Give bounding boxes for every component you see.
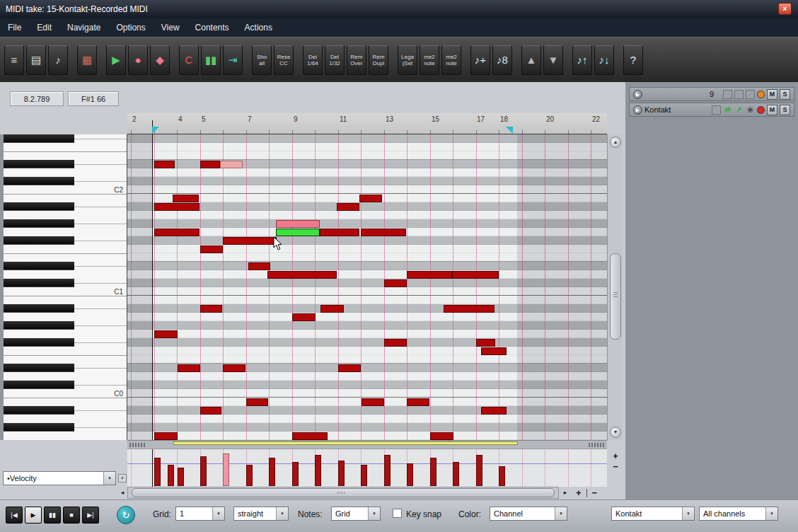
vertical-scroll-thumb[interactable] bbox=[610, 253, 621, 340]
color-dropdown[interactable]: Channel bbox=[490, 507, 567, 521]
zoom-in-button[interactable]: + bbox=[576, 487, 582, 498]
velocity-bar[interactable] bbox=[178, 468, 184, 486]
midi-note[interactable] bbox=[481, 407, 507, 415]
note-rows-button[interactable]: ▤ bbox=[26, 45, 46, 75]
black-key[interactable] bbox=[4, 177, 74, 185]
midi-note[interactable] bbox=[173, 195, 199, 202]
midi-note[interactable] bbox=[320, 305, 344, 313]
legato-button[interactable]: Lega(Set bbox=[398, 45, 417, 75]
timeline-ruler[interactable]: 2457911131517182022 bbox=[127, 113, 607, 134]
black-key[interactable] bbox=[4, 202, 74, 211]
divider-grip-right[interactable] bbox=[589, 443, 604, 447]
cc-bars-button[interactable]: ▮▮ bbox=[201, 45, 221, 75]
triangle-down-button[interactable]: ▼ bbox=[543, 45, 563, 75]
go-end-button[interactable]: ▶| bbox=[82, 507, 99, 524]
midi-note[interactable] bbox=[223, 364, 245, 372]
del-1-64-button[interactable]: Del1/64 bbox=[303, 45, 323, 75]
track-slot-button[interactable] bbox=[746, 90, 755, 99]
track-slot-button[interactable] bbox=[712, 105, 721, 115]
midi-note[interactable] bbox=[220, 161, 243, 168]
me2-note-button-1[interactable]: me2note bbox=[420, 45, 439, 75]
midi-note[interactable] bbox=[200, 305, 222, 313]
scroll-left-button[interactable] bbox=[117, 488, 127, 497]
piano-keyboard[interactable]: C2C1C0 bbox=[0, 134, 127, 440]
dot-pink-play-button[interactable]: ● bbox=[128, 45, 148, 75]
velocity-bar[interactable] bbox=[315, 455, 321, 486]
fx-icon[interactable]: ↗ bbox=[734, 105, 744, 115]
scroll-up-button[interactable] bbox=[610, 137, 621, 148]
rem-dupl-button[interactable]: RemDupl bbox=[369, 45, 388, 75]
midi-note[interactable] bbox=[292, 313, 316, 321]
scroll-down-button[interactable] bbox=[610, 427, 621, 438]
black-key[interactable] bbox=[4, 279, 74, 287]
velocity-bar[interactable] bbox=[200, 456, 207, 486]
loop-end-marker[interactable] bbox=[506, 127, 513, 134]
menu-view[interactable]: View bbox=[154, 18, 187, 37]
play-button[interactable]: ▶ bbox=[25, 507, 42, 524]
midi-note[interactable] bbox=[407, 398, 429, 406]
channel-dropdown[interactable]: All channels bbox=[699, 507, 778, 521]
midi-note[interactable] bbox=[200, 161, 220, 168]
midi-note[interactable] bbox=[200, 245, 223, 253]
grid-type-dropdown[interactable]: straight bbox=[233, 507, 289, 521]
menu-navigate[interactable]: Navigate bbox=[59, 18, 108, 37]
midi-note[interactable] bbox=[292, 432, 328, 440]
cc-teal-button[interactable]: ⇥ bbox=[223, 45, 243, 75]
menu-actions[interactable]: Actions bbox=[237, 18, 280, 37]
divider-grip-left[interactable] bbox=[129, 443, 145, 447]
mute-button[interactable]: M bbox=[767, 105, 777, 115]
lane-list-button[interactable]: ≡ bbox=[4, 45, 24, 75]
black-key[interactable] bbox=[4, 304, 74, 313]
horizontal-scroll-thumb[interactable] bbox=[132, 488, 555, 497]
pause-button[interactable]: ▮▮ bbox=[44, 507, 61, 524]
velocity-bar[interactable] bbox=[476, 455, 482, 486]
track-slot-button[interactable] bbox=[723, 90, 732, 99]
velocity-lane[interactable] bbox=[127, 449, 607, 487]
midi-note[interactable] bbox=[248, 262, 270, 270]
midi-note[interactable] bbox=[476, 339, 495, 347]
dot-green-play-button[interactable]: ▶ bbox=[106, 45, 126, 75]
vertical-scrollbar[interactable] bbox=[607, 134, 623, 440]
close-button[interactable]: × bbox=[778, 3, 792, 15]
black-key[interactable] bbox=[4, 134, 74, 143]
add-cc-lane-button[interactable]: + bbox=[118, 474, 127, 482]
del-1-32-button[interactable]: Del1/32 bbox=[325, 45, 345, 75]
black-key[interactable] bbox=[4, 160, 74, 168]
midi-note[interactable] bbox=[154, 330, 178, 338]
velocity-bar[interactable] bbox=[384, 455, 391, 486]
midi-note[interactable] bbox=[452, 271, 499, 279]
velocity-bar[interactable] bbox=[292, 462, 299, 486]
midi-note[interactable] bbox=[362, 398, 384, 406]
midi-note[interactable] bbox=[178, 364, 200, 372]
velocity-bar[interactable] bbox=[269, 458, 275, 486]
track-row[interactable]: 9MS bbox=[629, 87, 794, 101]
velocity-bar[interactable] bbox=[154, 458, 161, 486]
menu-contents[interactable]: Contents bbox=[187, 18, 237, 37]
midi-note[interactable] bbox=[338, 364, 361, 372]
black-key[interactable] bbox=[4, 381, 74, 389]
black-key[interactable] bbox=[4, 236, 74, 245]
black-key[interactable] bbox=[4, 364, 74, 372]
midi-note[interactable] bbox=[407, 271, 452, 279]
black-key[interactable] bbox=[4, 219, 74, 228]
black-key[interactable] bbox=[4, 406, 74, 415]
note-up-button[interactable]: ♪↑ bbox=[572, 45, 592, 75]
midi-note[interactable] bbox=[481, 347, 507, 355]
velocity-bar[interactable] bbox=[246, 465, 253, 486]
black-key[interactable] bbox=[4, 321, 74, 330]
menu-options[interactable]: Options bbox=[108, 18, 153, 37]
track-play-icon[interactable] bbox=[633, 105, 642, 115]
zoom-out-button[interactable]: − bbox=[592, 487, 598, 498]
track-dropdown[interactable]: Kontakt bbox=[611, 507, 695, 521]
velocity-bar[interactable] bbox=[223, 453, 229, 486]
velocity-bar[interactable] bbox=[168, 465, 174, 486]
record-arm-button[interactable] bbox=[757, 106, 765, 114]
me2-note-button-2[interactable]: me2note bbox=[441, 45, 461, 75]
menu-edit[interactable]: Edit bbox=[29, 18, 59, 37]
env-icon[interactable]: ◉ bbox=[746, 105, 755, 115]
notation-view-button[interactable]: ♪ bbox=[48, 45, 68, 75]
black-key[interactable] bbox=[4, 262, 74, 270]
midi-note[interactable] bbox=[384, 339, 407, 347]
menu-file[interactable]: File bbox=[0, 18, 29, 37]
reset-cc-button[interactable]: ReseCC bbox=[274, 45, 294, 75]
